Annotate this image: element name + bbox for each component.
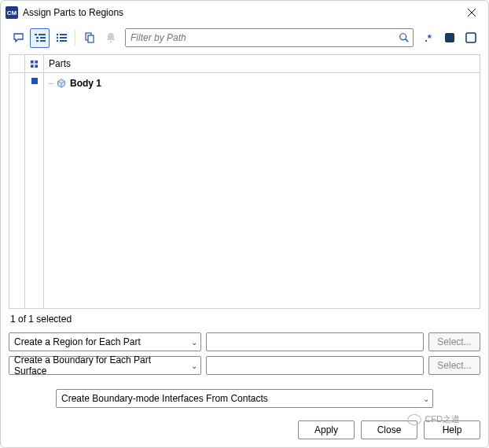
window-close-button[interactable] bbox=[461, 2, 482, 23]
boundary-mode-combo[interactable]: Create a Boundary for Each Part Surface … bbox=[9, 356, 201, 375]
tree-gutter bbox=[9, 73, 25, 308]
toolbar-outline-box-button[interactable] bbox=[461, 28, 480, 48]
search-icon[interactable] bbox=[399, 32, 410, 43]
svg-rect-15 bbox=[88, 35, 94, 42]
close-button[interactable]: Close bbox=[361, 420, 417, 439]
tree-header-handle[interactable] bbox=[9, 55, 25, 72]
toolbar: .* bbox=[9, 26, 480, 50]
tree-row[interactable]: ┈ Body 1 bbox=[49, 76, 475, 90]
title-bar: CM Assign Parts to Regions bbox=[1, 1, 488, 24]
svg-rect-6 bbox=[36, 40, 39, 42]
tree-connector-icon: ┈ bbox=[49, 79, 53, 88]
svg-point-16 bbox=[109, 41, 111, 42]
toolbar-regex-button[interactable]: .* bbox=[418, 28, 438, 48]
svg-rect-21 bbox=[31, 60, 34, 63]
svg-rect-5 bbox=[40, 37, 46, 39]
boundary-select-button[interactable]: Select... bbox=[428, 356, 480, 375]
region-name-input[interactable] bbox=[206, 332, 424, 351]
svg-point-17 bbox=[400, 34, 406, 40]
svg-rect-22 bbox=[35, 60, 38, 63]
region-select-button[interactable]: Select... bbox=[428, 332, 480, 351]
boundary-name-input[interactable] bbox=[206, 356, 424, 375]
boundary-row: Create a Boundary for Each Part Surface … bbox=[9, 356, 480, 375]
svg-point-12 bbox=[56, 40, 58, 42]
svg-rect-11 bbox=[60, 37, 67, 39]
bell-icon bbox=[105, 31, 117, 44]
svg-rect-7 bbox=[40, 40, 46, 42]
toolbar-copy-button[interactable] bbox=[79, 28, 99, 48]
svg-rect-3 bbox=[39, 34, 46, 35]
tree-list-icon bbox=[34, 31, 46, 44]
selection-status: 1 of 1 selected bbox=[9, 309, 480, 332]
tree-row-label: Body 1 bbox=[70, 78, 101, 89]
tree-content[interactable]: ┈ Body 1 bbox=[44, 73, 480, 308]
tree-header-selection[interactable] bbox=[25, 55, 44, 72]
tree-header-label[interactable]: Parts bbox=[44, 55, 480, 72]
interface-row: Create Boundary-mode Interfaces From Con… bbox=[9, 389, 480, 408]
flat-list-icon bbox=[55, 31, 68, 44]
window-title: Assign Parts to Regions bbox=[23, 7, 461, 18]
toolbar-flat-list-button[interactable] bbox=[51, 28, 71, 48]
interface-mode-value: Create Boundary-mode Interfaces From Con… bbox=[61, 393, 268, 404]
svg-point-8 bbox=[56, 34, 58, 36]
svg-rect-4 bbox=[36, 37, 39, 39]
speech-bubble-icon bbox=[13, 31, 25, 44]
regex-icon: .* bbox=[425, 32, 432, 44]
chevron-down-icon: ⌄ bbox=[423, 395, 429, 403]
toolbar-notify-button bbox=[101, 28, 120, 48]
svg-point-10 bbox=[56, 37, 58, 39]
region-mode-combo[interactable]: Create a Region for Each Part ⌄ bbox=[9, 332, 201, 351]
filter-field[interactable] bbox=[125, 28, 414, 47]
app-icon: CM bbox=[6, 6, 18, 19]
region-row: Create a Region for Each Part ⌄ Select..… bbox=[9, 332, 480, 351]
svg-rect-23 bbox=[31, 64, 34, 68]
chevron-down-icon: ⌄ bbox=[191, 338, 197, 347]
toolbar-separator bbox=[75, 30, 75, 46]
filter-input[interactable] bbox=[131, 32, 399, 43]
svg-rect-20 bbox=[466, 33, 476, 42]
chevron-down-icon: ⌄ bbox=[191, 362, 197, 370]
part-icon bbox=[56, 78, 67, 89]
help-button[interactable]: Help bbox=[424, 420, 480, 439]
region-mode-value: Create a Region for Each Part bbox=[14, 336, 141, 347]
svg-rect-2 bbox=[35, 34, 37, 35]
svg-rect-9 bbox=[60, 34, 67, 35]
boundary-mode-value: Create a Boundary for Each Part Surface bbox=[14, 354, 185, 376]
svg-rect-24 bbox=[35, 64, 38, 68]
apply-button[interactable]: Apply bbox=[298, 420, 355, 439]
tree-selection-column bbox=[25, 73, 44, 308]
svg-line-18 bbox=[406, 39, 409, 42]
tree-body: ┈ Body 1 bbox=[9, 73, 480, 309]
tree-header: Parts bbox=[9, 54, 480, 73]
toolbar-chat-button[interactable] bbox=[9, 28, 28, 48]
close-icon bbox=[467, 8, 476, 17]
selection-column-icon bbox=[30, 60, 39, 68]
outline-square-icon bbox=[465, 31, 477, 44]
toolbar-solid-box-button[interactable] bbox=[439, 28, 459, 48]
toolbar-tree-list-button[interactable] bbox=[30, 28, 50, 48]
copy-icon bbox=[83, 31, 96, 44]
svg-rect-13 bbox=[60, 40, 67, 42]
dialog-footer: Apply Close Help bbox=[9, 416, 480, 439]
svg-rect-19 bbox=[445, 33, 454, 42]
tree-row-selected-marker[interactable] bbox=[31, 78, 38, 84]
interface-mode-combo[interactable]: Create Boundary-mode Interfaces From Con… bbox=[56, 389, 433, 408]
filled-square-icon bbox=[443, 31, 456, 44]
